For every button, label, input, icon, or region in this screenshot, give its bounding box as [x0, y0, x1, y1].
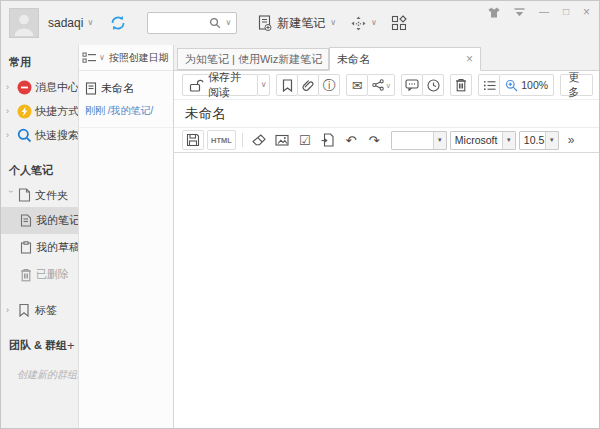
sidebar-item-deleted[interactable]: 已删除 — [1, 261, 78, 288]
theme-skin-icon[interactable] — [488, 7, 500, 18]
note-title[interactable]: 未命名 — [174, 100, 599, 128]
quick-search-icon — [16, 127, 32, 143]
sidebar-item-shortcuts[interactable]: › 快捷方式 — [1, 99, 78, 123]
groups-section-label: 团队 & 群组 — [9, 338, 67, 353]
maximize-button[interactable]: □ — [563, 7, 569, 17]
font-family-select[interactable]: Microsoft ▾ — [450, 131, 516, 150]
clock-icon — [427, 79, 440, 92]
chevron-down-icon: ∨ — [261, 81, 267, 89]
move-layout-chevron-icon[interactable]: ∨ — [371, 19, 377, 27]
comment-icon — [405, 79, 419, 91]
tag-button[interactable] — [276, 74, 298, 96]
note-list-item[interactable]: 未命名 刚刚 /我的笔记/ — [79, 71, 173, 128]
chevron-right-icon[interactable]: › — [6, 305, 16, 315]
new-note-button[interactable]: 新建笔记 ∨ — [257, 15, 336, 32]
note-meta-buttons: ⓘ — [276, 74, 340, 96]
close-button[interactable]: × — [583, 6, 590, 18]
outline-button[interactable] — [478, 74, 500, 96]
chevron-right-icon[interactable]: › — [6, 82, 16, 92]
save-button[interactable] — [182, 130, 204, 150]
envelope-icon: ✉ — [352, 79, 363, 92]
send-share-buttons: ✉ ∨ — [346, 74, 395, 96]
info-button[interactable]: ⓘ — [318, 74, 340, 96]
note-list: ∨ 按照创建日期 未命名 刚刚 /我的笔记/ — [79, 45, 174, 428]
sidebar-section-groups: 团队 & 群组 + — [1, 332, 78, 358]
comment-history-buttons — [401, 74, 444, 96]
view-zoom-group: 100% — [478, 74, 554, 96]
undo-button[interactable]: ↶ — [341, 130, 361, 150]
history-button[interactable] — [422, 74, 444, 96]
sort-label[interactable]: 按照创建日期 — [109, 51, 169, 65]
search-icon[interactable] — [209, 17, 221, 29]
move-layout-icon[interactable] — [351, 16, 366, 31]
attachment-button[interactable] — [297, 74, 319, 96]
paperclip-icon — [302, 79, 315, 92]
chevron-down-icon[interactable]: ▾ — [433, 132, 446, 149]
html-label: HTML — [211, 136, 232, 145]
search-input[interactable] — [153, 17, 205, 29]
font-size-select[interactable]: 10.5 ▾ — [519, 131, 559, 150]
sidebar-item-my-drafts[interactable]: 我的草稿 — [1, 234, 78, 261]
reading-toolbar: 保存并阅读 ∨ — [174, 71, 599, 100]
note-page-icon — [85, 82, 97, 95]
share-button[interactable]: ∨ — [367, 74, 395, 96]
sidebar-item-label: 文件夹 — [35, 188, 68, 203]
minimize-button[interactable]: — — [539, 7, 549, 17]
delete-group — [450, 74, 472, 96]
more-button[interactable]: 更多 — [560, 74, 593, 96]
paragraph-style-select[interactable]: ▾ — [391, 131, 447, 150]
main-menu-icon[interactable] — [514, 8, 525, 17]
chevron-down-icon[interactable]: ▾ — [502, 132, 515, 149]
save-options-chevron[interactable]: ∨ — [257, 74, 270, 96]
document-arrow-icon — [321, 133, 334, 147]
user-silhouette-icon — [10, 9, 38, 37]
floppy-icon — [186, 133, 200, 147]
tab-welcome[interactable]: 为知笔记 | 使用Wiz新建笔记 — [177, 48, 329, 70]
add-group-button[interactable]: + — [67, 338, 79, 353]
create-group-hint[interactable]: 创建新的群组... — [1, 358, 78, 382]
editor-body[interactable] — [174, 153, 599, 428]
sidebar-item-my-notes[interactable]: 我的笔记 — [1, 207, 78, 234]
zoom-button[interactable]: 100% — [499, 74, 554, 96]
sidebar-item-message-center[interactable]: › 消息中心 — [1, 75, 78, 99]
sidebar-item-tags[interactable]: › 标签 — [1, 298, 78, 322]
sidebar-item-label: 已删除 — [36, 267, 69, 282]
comment-button[interactable] — [401, 74, 423, 96]
chevron-down-icon[interactable]: ▾ — [545, 132, 558, 149]
chevron-down-icon[interactable]: › — [6, 190, 16, 200]
note-item-title: 未命名 — [101, 81, 134, 96]
chevron-right-icon[interactable]: › — [6, 130, 16, 140]
editing-toolbar: HTML ☑ — [174, 128, 599, 153]
delete-note-button[interactable] — [450, 74, 472, 96]
save-split-button: 保存并阅读 ∨ — [182, 74, 270, 96]
sync-button[interactable] — [109, 14, 127, 32]
erase-format-button[interactable] — [249, 130, 269, 150]
view-options-chevron-icon[interactable]: ∨ — [99, 54, 105, 62]
avatar[interactable] — [9, 8, 39, 38]
toolbar-overflow-button[interactable]: » — [568, 133, 575, 147]
account-menu[interactable]: sadaqi ∨ — [48, 16, 93, 30]
insert-document-button[interactable] — [318, 130, 338, 150]
folder-icon — [16, 187, 32, 203]
new-note-label: 新建笔记 — [277, 15, 325, 32]
insert-checkbox-button[interactable]: ☑ — [295, 130, 315, 150]
chevron-right-icon[interactable]: › — [6, 106, 16, 116]
html-source-button[interactable]: HTML — [207, 130, 236, 150]
new-note-chevron-icon[interactable]: ∨ — [330, 19, 336, 27]
sidebar-item-quick-search[interactable]: › 快速搜索 — [1, 123, 78, 147]
search-box[interactable]: ∨ — [147, 12, 237, 34]
grid-layout-icon[interactable] — [391, 15, 407, 31]
insert-image-button[interactable] — [272, 130, 292, 150]
sidebar-item-label: 快速搜索 — [35, 128, 79, 143]
search-scope-chevron-icon[interactable]: ∨ — [225, 19, 231, 27]
tab-untitled[interactable]: 未命名 × — [329, 47, 481, 71]
view-options-icon[interactable] — [82, 52, 97, 64]
note-item-path[interactable]: /我的笔记/ — [108, 105, 154, 116]
sidebar-item-folders[interactable]: › 文件夹 — [1, 183, 78, 207]
save-and-read-button[interactable]: 保存并阅读 — [182, 74, 258, 96]
redo-button[interactable]: ↷ — [364, 130, 384, 150]
info-icon: ⓘ — [323, 79, 336, 92]
redo-icon: ↷ — [368, 134, 379, 147]
send-email-button[interactable]: ✉ — [346, 74, 368, 96]
tab-close-icon[interactable]: × — [466, 52, 473, 66]
